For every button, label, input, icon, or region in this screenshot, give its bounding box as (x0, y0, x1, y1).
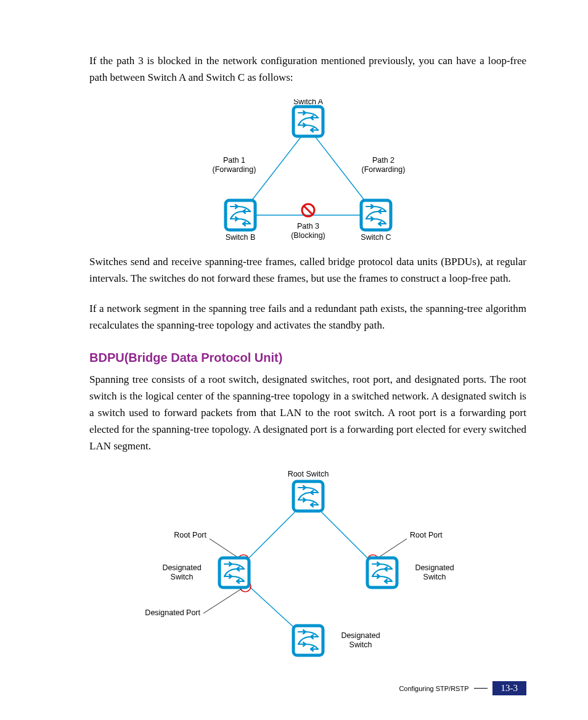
path3-label-a: Path 3 (296, 222, 319, 231)
page: If the path 3 is blocked in the network … (0, 0, 588, 720)
designated-switch-bottom-icon (293, 626, 323, 655)
blocking-icon (302, 204, 314, 216)
root-port-right-label: Root Port (410, 531, 443, 539)
path3-label-b: (Blocking) (291, 231, 325, 240)
designated-switch-bottom-label-b: Switch (349, 640, 372, 649)
diagram-stp-tree: Root Switch Root Port Root Port Designat… (117, 468, 499, 665)
switch-c-label: Switch C (361, 233, 391, 242)
heading-bdpu: BDPU(Bridge Data Protocol Unit) (89, 351, 526, 365)
switch-c-icon (361, 200, 391, 230)
body-text-block-1: If the path 3 is blocked in the network … (89, 52, 526, 86)
root-switch-label: Root Switch (287, 470, 329, 478)
path2-label-a: Path 2 (372, 156, 394, 165)
root-port-left-label: Root Port (174, 531, 206, 539)
footer-rule (474, 688, 488, 689)
body-text-block-2: Switches send and receive spanning-tree … (89, 253, 526, 333)
path2-label-b: (Forwarding) (361, 165, 405, 174)
svg-line-5 (304, 206, 312, 215)
paragraph-4: Spanning tree consists of a root switch,… (89, 371, 526, 454)
path1-label-a: Path 1 (223, 156, 245, 165)
footer-section-label: Configuring STP/RSTP (399, 685, 468, 692)
paragraph-2: Switches send and receive spanning-tree … (89, 253, 526, 287)
svg-line-11 (203, 589, 242, 613)
page-footer: Configuring STP/RSTP 13-3 (399, 681, 526, 695)
svg-line-9 (210, 539, 240, 559)
switch-a-label: Switch A (293, 99, 324, 106)
body-text-block-3: Spanning tree consists of a root switch,… (89, 371, 526, 454)
designated-switch-left-icon (219, 558, 249, 587)
root-switch-icon (293, 481, 323, 511)
designated-switch-left-label-b: Switch (170, 573, 193, 581)
paragraph-1: If the path 3 is blocked in the network … (89, 52, 526, 86)
designated-switch-left-label-a: Designated (162, 563, 201, 572)
footer-page-number: 13-3 (492, 681, 527, 695)
switch-b-label: Switch B (225, 233, 255, 242)
designated-switch-bottom-label-a: Designated (341, 631, 380, 640)
path1-label-b: (Forwarding) (212, 165, 256, 174)
switch-b-icon (226, 200, 255, 230)
designated-switch-right-icon (367, 558, 397, 587)
switch-a-icon (293, 107, 323, 136)
svg-line-10 (376, 539, 407, 559)
designated-switch-right-label-b: Switch (423, 573, 446, 581)
designated-port-label: Designated Port (145, 608, 200, 617)
designated-switch-right-label-a: Designated (415, 563, 454, 572)
paragraph-3: If a network segment in the spanning tre… (89, 300, 526, 333)
diagram-stp-triangle: Switch A Switch B Switch C Path 1 (Forwa… (166, 99, 450, 247)
